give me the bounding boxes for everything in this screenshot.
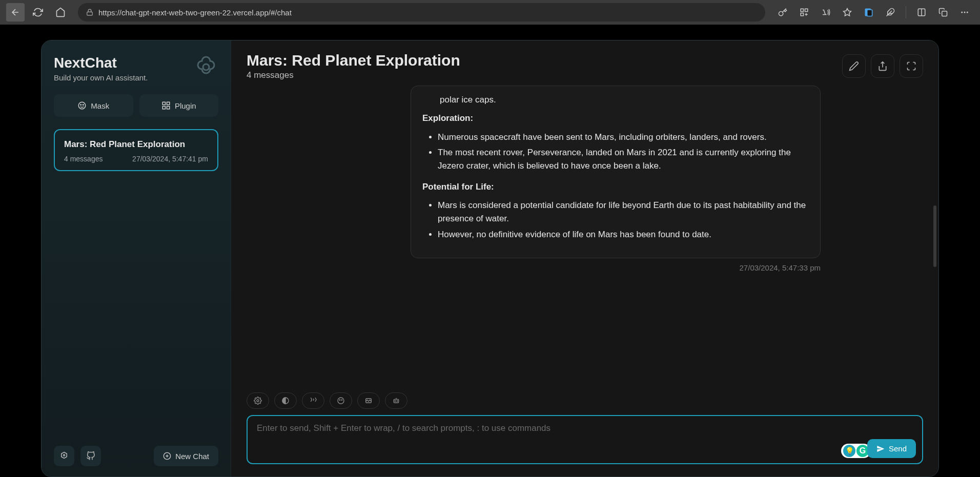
svg-marker-4 [844, 9, 851, 16]
browser-toolbar: https://chat-gpt-next-web-two-green-22.v… [0, 0, 980, 25]
bullet-item: Numerous spacecraft have been sent to Ma… [438, 131, 809, 144]
url-text: https://chat-gpt-next-web-two-green-22.v… [98, 8, 292, 17]
svg-rect-9 [942, 11, 947, 16]
svg-rect-20 [167, 107, 169, 109]
grammarly-bulb-icon: 💡 [843, 445, 855, 457]
svg-point-15 [80, 105, 81, 106]
key-icon[interactable] [773, 3, 792, 22]
chat-item-time: 27/03/2024, 5:47:41 pm [132, 155, 208, 163]
svg-rect-0 [87, 12, 93, 15]
app-title: NextChat [54, 55, 148, 71]
url-bar[interactable]: https://chat-gpt-next-web-two-green-22.v… [78, 3, 765, 22]
svg-point-34 [397, 401, 397, 401]
svg-point-12 [967, 12, 968, 13]
section-heading: Potential for Life: [422, 180, 809, 194]
openai-logo-icon [194, 55, 218, 79]
svg-point-29 [339, 400, 340, 400]
chat-title[interactable]: Mars: Red Planet Exploration [247, 52, 460, 69]
fullscreen-button[interactable] [900, 54, 923, 78]
browser-right-controls [773, 3, 974, 22]
bullet-item: Mars is considered a potential candidate… [438, 199, 809, 226]
svg-point-10 [961, 12, 963, 13]
chat-subtitle: 4 messages [247, 70, 460, 80]
main-panel: Mars: Red Planet Exploration 4 messages … [231, 40, 938, 476]
bullet-item: The most recent rover, Perseverance, lan… [438, 146, 809, 173]
send-button[interactable]: Send [867, 439, 916, 458]
message-timestamp: 27/03/2024, 5:47:33 pm [247, 263, 821, 272]
tool-settings-icon[interactable] [247, 392, 269, 409]
svg-point-33 [395, 401, 395, 401]
chat-scroll[interactable]: polar ice caps. Exploration: Numerous sp… [231, 86, 938, 385]
apps-icon[interactable] [795, 3, 813, 22]
mask-label: Mask [91, 101, 109, 110]
app-subtitle: Build your own AI assistant. [54, 73, 148, 82]
assistant-message: polar ice caps. Exploration: Numerous sp… [411, 86, 821, 258]
refresh-button[interactable] [29, 3, 47, 22]
svg-rect-6 [867, 10, 872, 16]
plugin-icon [161, 101, 171, 110]
input-placeholder: Enter to send, Shift + Enter to wrap, / … [257, 423, 913, 433]
svg-point-26 [257, 400, 259, 402]
grammarly-badge[interactable]: 💡 G [841, 444, 871, 458]
tool-row [247, 392, 923, 409]
tool-prompt-icon[interactable] [302, 392, 324, 409]
svg-rect-19 [162, 107, 165, 109]
read-aloud-icon[interactable] [816, 3, 835, 22]
section-heading: Exploration: [422, 112, 809, 125]
settings-icon[interactable] [54, 446, 74, 466]
more-icon[interactable] [955, 3, 974, 22]
svg-point-11 [964, 12, 966, 13]
bullet-item: However, no definitive evidence of life … [438, 228, 809, 241]
chat-list-item[interactable]: Mars: Red Planet Exploration 4 messages … [54, 129, 218, 171]
svg-rect-2 [805, 9, 808, 11]
svg-point-22 [64, 454, 65, 456]
extensions-icon[interactable] [881, 3, 900, 22]
svg-point-14 [79, 102, 86, 109]
tool-clear-icon[interactable] [357, 392, 380, 409]
svg-rect-3 [801, 13, 803, 16]
tool-theme-icon[interactable] [274, 392, 297, 409]
split-screen-icon[interactable] [912, 3, 931, 22]
collections-icon[interactable] [860, 3, 878, 22]
svg-rect-18 [167, 102, 169, 105]
mask-icon [77, 101, 87, 110]
svg-rect-1 [801, 9, 803, 11]
send-label: Send [889, 444, 907, 453]
svg-marker-21 [62, 452, 67, 459]
edit-button[interactable] [842, 54, 866, 78]
svg-point-28 [338, 398, 344, 404]
divider [906, 6, 906, 18]
send-icon [876, 445, 885, 453]
chat-input[interactable]: Enter to send, Shift + Enter to wrap, / … [247, 415, 923, 464]
home-button[interactable] [51, 3, 70, 22]
scrollbar[interactable] [932, 86, 936, 385]
tool-mask-icon[interactable] [330, 392, 352, 409]
new-chat-label: New Chat [175, 452, 209, 461]
github-icon[interactable] [80, 446, 101, 466]
plus-icon [163, 452, 171, 460]
lock-icon [86, 9, 93, 16]
svg-point-16 [83, 105, 84, 106]
tool-model-icon[interactable] [385, 392, 407, 409]
chat-item-messages: 4 messages [64, 155, 103, 163]
svg-point-30 [341, 400, 342, 400]
mask-button[interactable]: Mask [54, 94, 133, 117]
message-text-cutoff: polar ice caps. [440, 93, 809, 107]
back-button[interactable] [6, 3, 25, 22]
copy-icon[interactable] [934, 3, 952, 22]
svg-rect-17 [162, 102, 165, 105]
new-chat-button[interactable]: New Chat [154, 446, 218, 466]
app-window: NextChat Build your own AI assistant. Ma… [41, 40, 939, 477]
plugin-label: Plugin [175, 101, 196, 110]
favorite-icon[interactable] [838, 3, 856, 22]
plugin-button[interactable]: Plugin [139, 94, 219, 117]
sidebar: NextChat Build your own AI assistant. Ma… [42, 40, 231, 476]
svg-point-13 [203, 64, 209, 70]
share-button[interactable] [871, 54, 894, 78]
chat-item-title: Mars: Red Planet Exploration [64, 139, 208, 150]
